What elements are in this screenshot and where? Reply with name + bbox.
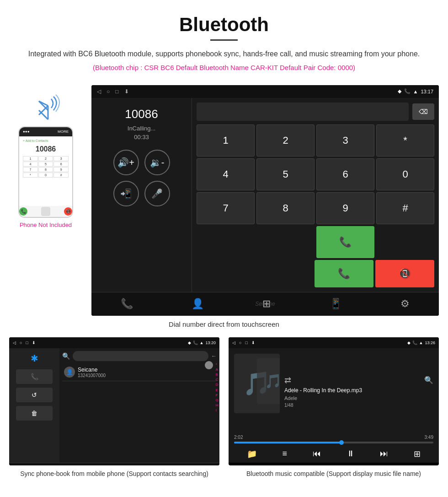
main-caption: Dial number direct from touchscreen — [0, 320, 448, 328]
pb-back-nav: ◁ — [13, 340, 16, 345]
pb-call-button[interactable]: 📞 — [16, 369, 53, 384]
prev-button[interactable]: ⏮ — [313, 449, 321, 459]
pb-time: 13:20 — [205, 340, 216, 345]
svg-line-2 — [39, 110, 48, 119]
music-square-nav: □ — [245, 340, 247, 345]
key-6[interactable]: 6 — [316, 158, 374, 190]
progress-bar[interactable] — [234, 442, 433, 443]
transfer-button[interactable]: 📲 — [113, 181, 139, 206]
key-star[interactable]: * — [376, 124, 434, 157]
recents-icon: □ — [115, 88, 118, 95]
key-7[interactable]: 7 — [197, 192, 255, 224]
call-status: InCalling... — [128, 125, 155, 132]
music-current-time: 2:02 — [234, 435, 243, 440]
progress-dot — [339, 440, 344, 445]
bluetooth-icon: ✱ — [31, 353, 38, 364]
description: Integrated with BC6 Bluetooth module, su… — [9, 48, 439, 60]
phonebook-caption: Sync phone-book from mobile phone (Suppo… — [9, 469, 219, 479]
phone-home-button — [41, 207, 50, 216]
wifi-icon: ▲ — [413, 89, 418, 94]
page-title: Bluetooth — [9, 14, 439, 36]
music-search-icon[interactable]: 🔍 — [424, 376, 433, 384]
key-5[interactable]: 5 — [256, 158, 315, 190]
contact-info: Seicane 13241007000 — [78, 367, 106, 378]
time-display: 13:17 — [421, 89, 433, 94]
music-status-bar: ◁ ○ □ ⬇ ◆ 📞 ▲ 13:26 — [229, 337, 439, 348]
pb-contact-item: 👤 Seicane 13241007000 — [62, 364, 217, 381]
pb-call-icon: 📞 — [193, 340, 198, 345]
pb-location-icon: ◆ — [188, 340, 191, 345]
nav-call-icon[interactable]: 📞 — [121, 298, 133, 310]
folder-icon[interactable]: 📁 — [247, 449, 257, 459]
pb-sidebar: ✱ 📞 ↺ 🗑 — [9, 348, 59, 463]
pb-search-input[interactable] — [73, 351, 208, 361]
pb-back-icon: ← — [211, 353, 217, 359]
key-9[interactable]: 9 — [316, 192, 374, 224]
contact-number: 13241007000 — [78, 373, 106, 378]
phone-screen: + Add to Contacts 10086 123 456 789 *0# — [19, 136, 72, 206]
call-timer: 00:33 — [134, 134, 149, 140]
music-album-sub: 🎵 — [257, 358, 280, 404]
eq-icon[interactable]: ⊞ — [414, 449, 421, 459]
phone-numpad: 123 456 789 *0# — [21, 155, 70, 178]
music-time: 13:26 — [425, 340, 435, 345]
phonebook-status-bar: ◁ ○ □ ⬇ ◆ 📞 ▲ 13:20 — [9, 337, 219, 348]
call-button[interactable]: 📞 — [316, 226, 374, 258]
music-signal-icon: ▲ — [419, 340, 423, 345]
download-icon: ⬇ — [124, 88, 129, 95]
nav-contacts-icon[interactable]: 👤 — [192, 298, 204, 310]
pb-sync-button[interactable]: ↺ — [16, 388, 53, 402]
title-underline — [210, 39, 238, 41]
shuffle-icon[interactable]: ⇄ — [284, 375, 291, 385]
key-4[interactable]: 4 — [197, 158, 255, 190]
pb-delete-button[interactable]: 🗑 — [16, 406, 53, 421]
music-location-icon: ◆ — [407, 340, 411, 345]
music-artist: Adele — [284, 395, 433, 401]
music-times: 2:02 3:49 — [234, 435, 433, 440]
numpad-input-field[interactable] — [197, 103, 409, 121]
status-bar-main: ◁ ○ □ ⬇ ◆ 📞 ▲ 13:17 — [91, 85, 439, 98]
status-icons-right: ◆ 📞 ▲ 13:17 — [398, 88, 433, 94]
music-controls: 📁 ≡ ⏮ ⏸ ⏭ ⊞ — [229, 446, 439, 463]
contact-avatar: 👤 — [64, 367, 75, 378]
music-caption: Bluetooth music compatible (Support disp… — [229, 469, 439, 479]
music-info: ⇄ 🔍 Adele - Rolling In the Deep.mp3 Adel… — [284, 354, 433, 429]
volume-down-button[interactable]: 🔉- — [144, 150, 170, 175]
home-icon: ○ — [107, 88, 110, 95]
phone-status-bar: ●●● MORE — [19, 127, 72, 136]
bottom-nav-main: 📞 👤 Seicane ⊞ 📱 ⚙ — [91, 292, 439, 316]
music-album-art: 🎵 🎵 — [234, 354, 280, 413]
music-main-area: 🎵 🎵 ⇄ 🔍 Adele - Rolling In the Deep.mp3 … — [229, 348, 439, 463]
numpad-area: ⌫ 1 2 3 * 4 5 6 0 7 8 9 # 📞 — [192, 98, 439, 292]
microphone-button[interactable]: 🎤 — [144, 181, 170, 206]
key-2[interactable]: 2 — [256, 124, 315, 157]
list-icon[interactable]: ≡ — [283, 449, 288, 459]
key-8[interactable]: 8 — [256, 192, 315, 224]
call-end-button[interactable]: 📵 — [375, 260, 434, 287]
music-title: Adele - Rolling In the Deep.mp3 — [284, 387, 433, 394]
key-hash[interactable]: # — [376, 192, 434, 224]
music-screen-wrap: ◁ ○ □ ⬇ ◆ 📞 ▲ 13:26 🎵 🎵 — [229, 337, 439, 479]
next-button[interactable]: ⏭ — [380, 449, 388, 459]
delete-button[interactable]: ⌫ — [412, 103, 434, 120]
key-0[interactable]: 0 — [376, 158, 434, 190]
pb-bottom-nav: 📞 👤 ⊞ 📱 ⚙ — [9, 463, 219, 465]
music-dl-nav: ⬇ — [251, 340, 255, 345]
nav-settings-icon[interactable]: ⚙ — [400, 298, 410, 310]
pb-contact-list: 🔍 ← 👤 Seicane 13241007000 — [59, 348, 219, 463]
music-progress: 2:02 3:49 — [229, 435, 439, 446]
play-pause-button[interactable]: ⏸ — [347, 449, 355, 459]
key-3[interactable]: 3 — [316, 124, 374, 157]
car-touchscreen-main: ◁ ○ □ ⬇ ◆ 📞 ▲ 13:17 10086 InCalling... 0… — [91, 85, 439, 316]
volume-up-button[interactable]: 🔊+ — [113, 150, 139, 175]
contact-name: Seicane — [78, 367, 106, 373]
specs-line: (Bluetooth chip : CSR BC6 Default Blueto… — [9, 64, 439, 71]
nav-phone-icon[interactable]: 📱 — [330, 298, 342, 310]
back-icon: ◁ — [97, 88, 101, 95]
music-total-time: 3:49 — [425, 435, 433, 440]
call-panel: 10086 InCalling... 00:33 🔊+ 🔉- 📲 🎤 — [91, 98, 192, 292]
call-accept-button[interactable]: 📞 — [315, 260, 373, 287]
nav-buttons: ◁ ○ □ ⬇ — [97, 88, 129, 95]
key-1[interactable]: 1 — [197, 124, 255, 157]
phonebook-screen-wrap: ◁ ○ □ ⬇ ◆ 📞 ▲ 13:20 ✱ 📞 ↺ 🗑 — [9, 337, 219, 479]
